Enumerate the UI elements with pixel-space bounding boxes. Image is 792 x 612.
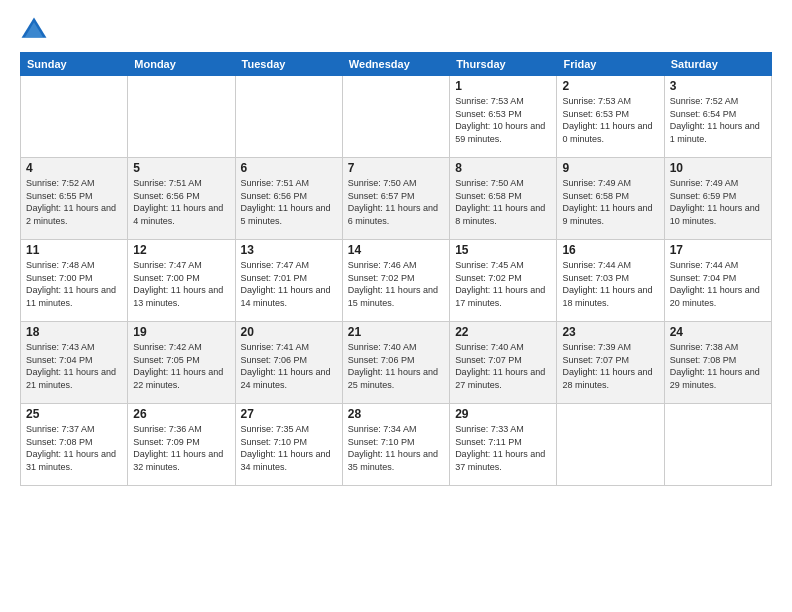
day-info: Sunrise: 7:42 AMSunset: 7:05 PMDaylight:…	[133, 341, 229, 391]
day-number: 22	[455, 325, 551, 339]
calendar-cell	[557, 404, 664, 486]
day-number: 9	[562, 161, 658, 175]
calendar-cell: 6Sunrise: 7:51 AMSunset: 6:56 PMDaylight…	[235, 158, 342, 240]
calendar-cell: 4Sunrise: 7:52 AMSunset: 6:55 PMDaylight…	[21, 158, 128, 240]
day-info: Sunrise: 7:38 AMSunset: 7:08 PMDaylight:…	[670, 341, 766, 391]
day-info: Sunrise: 7:47 AMSunset: 7:01 PMDaylight:…	[241, 259, 337, 309]
day-number: 23	[562, 325, 658, 339]
calendar-cell: 12Sunrise: 7:47 AMSunset: 7:00 PMDayligh…	[128, 240, 235, 322]
calendar-cell: 13Sunrise: 7:47 AMSunset: 7:01 PMDayligh…	[235, 240, 342, 322]
day-info: Sunrise: 7:43 AMSunset: 7:04 PMDaylight:…	[26, 341, 122, 391]
day-number: 28	[348, 407, 444, 421]
day-info: Sunrise: 7:53 AMSunset: 6:53 PMDaylight:…	[562, 95, 658, 145]
day-info: Sunrise: 7:44 AMSunset: 7:04 PMDaylight:…	[670, 259, 766, 309]
day-info: Sunrise: 7:37 AMSunset: 7:08 PMDaylight:…	[26, 423, 122, 473]
day-number: 25	[26, 407, 122, 421]
day-info: Sunrise: 7:34 AMSunset: 7:10 PMDaylight:…	[348, 423, 444, 473]
calendar-header-tuesday: Tuesday	[235, 53, 342, 76]
calendar-week-row: 11Sunrise: 7:48 AMSunset: 7:00 PMDayligh…	[21, 240, 772, 322]
day-number: 20	[241, 325, 337, 339]
day-info: Sunrise: 7:39 AMSunset: 7:07 PMDaylight:…	[562, 341, 658, 391]
calendar-cell: 8Sunrise: 7:50 AMSunset: 6:58 PMDaylight…	[450, 158, 557, 240]
calendar-cell: 3Sunrise: 7:52 AMSunset: 6:54 PMDaylight…	[664, 76, 771, 158]
day-number: 7	[348, 161, 444, 175]
calendar-cell: 9Sunrise: 7:49 AMSunset: 6:58 PMDaylight…	[557, 158, 664, 240]
calendar-week-row: 1Sunrise: 7:53 AMSunset: 6:53 PMDaylight…	[21, 76, 772, 158]
day-info: Sunrise: 7:35 AMSunset: 7:10 PMDaylight:…	[241, 423, 337, 473]
day-info: Sunrise: 7:49 AMSunset: 6:58 PMDaylight:…	[562, 177, 658, 227]
calendar-cell: 11Sunrise: 7:48 AMSunset: 7:00 PMDayligh…	[21, 240, 128, 322]
day-info: Sunrise: 7:50 AMSunset: 6:58 PMDaylight:…	[455, 177, 551, 227]
day-info: Sunrise: 7:51 AMSunset: 6:56 PMDaylight:…	[241, 177, 337, 227]
day-number: 21	[348, 325, 444, 339]
calendar-cell: 23Sunrise: 7:39 AMSunset: 7:07 PMDayligh…	[557, 322, 664, 404]
calendar-cell: 21Sunrise: 7:40 AMSunset: 7:06 PMDayligh…	[342, 322, 449, 404]
logo	[20, 16, 52, 44]
calendar-header-row: SundayMondayTuesdayWednesdayThursdayFrid…	[21, 53, 772, 76]
day-number: 17	[670, 243, 766, 257]
day-info: Sunrise: 7:48 AMSunset: 7:00 PMDaylight:…	[26, 259, 122, 309]
day-number: 12	[133, 243, 229, 257]
calendar-cell: 5Sunrise: 7:51 AMSunset: 6:56 PMDaylight…	[128, 158, 235, 240]
day-info: Sunrise: 7:51 AMSunset: 6:56 PMDaylight:…	[133, 177, 229, 227]
calendar-cell: 16Sunrise: 7:44 AMSunset: 7:03 PMDayligh…	[557, 240, 664, 322]
calendar-header-friday: Friday	[557, 53, 664, 76]
day-number: 1	[455, 79, 551, 93]
calendar-cell	[342, 76, 449, 158]
day-info: Sunrise: 7:45 AMSunset: 7:02 PMDaylight:…	[455, 259, 551, 309]
day-info: Sunrise: 7:33 AMSunset: 7:11 PMDaylight:…	[455, 423, 551, 473]
day-number: 24	[670, 325, 766, 339]
calendar-cell: 24Sunrise: 7:38 AMSunset: 7:08 PMDayligh…	[664, 322, 771, 404]
calendar-cell: 25Sunrise: 7:37 AMSunset: 7:08 PMDayligh…	[21, 404, 128, 486]
day-number: 16	[562, 243, 658, 257]
day-info: Sunrise: 7:41 AMSunset: 7:06 PMDaylight:…	[241, 341, 337, 391]
day-number: 26	[133, 407, 229, 421]
calendar-cell: 20Sunrise: 7:41 AMSunset: 7:06 PMDayligh…	[235, 322, 342, 404]
page: SundayMondayTuesdayWednesdayThursdayFrid…	[0, 0, 792, 612]
day-number: 2	[562, 79, 658, 93]
day-number: 18	[26, 325, 122, 339]
calendar-cell: 27Sunrise: 7:35 AMSunset: 7:10 PMDayligh…	[235, 404, 342, 486]
calendar-cell	[664, 404, 771, 486]
calendar-cell: 2Sunrise: 7:53 AMSunset: 6:53 PMDaylight…	[557, 76, 664, 158]
day-number: 19	[133, 325, 229, 339]
day-number: 8	[455, 161, 551, 175]
day-info: Sunrise: 7:52 AMSunset: 6:55 PMDaylight:…	[26, 177, 122, 227]
day-info: Sunrise: 7:52 AMSunset: 6:54 PMDaylight:…	[670, 95, 766, 145]
calendar-cell	[21, 76, 128, 158]
day-number: 5	[133, 161, 229, 175]
calendar-cell: 29Sunrise: 7:33 AMSunset: 7:11 PMDayligh…	[450, 404, 557, 486]
calendar-cell: 18Sunrise: 7:43 AMSunset: 7:04 PMDayligh…	[21, 322, 128, 404]
day-info: Sunrise: 7:53 AMSunset: 6:53 PMDaylight:…	[455, 95, 551, 145]
day-number: 15	[455, 243, 551, 257]
day-info: Sunrise: 7:46 AMSunset: 7:02 PMDaylight:…	[348, 259, 444, 309]
calendar-cell: 28Sunrise: 7:34 AMSunset: 7:10 PMDayligh…	[342, 404, 449, 486]
day-info: Sunrise: 7:49 AMSunset: 6:59 PMDaylight:…	[670, 177, 766, 227]
logo-icon	[20, 16, 48, 44]
calendar-cell: 14Sunrise: 7:46 AMSunset: 7:02 PMDayligh…	[342, 240, 449, 322]
calendar-header-saturday: Saturday	[664, 53, 771, 76]
day-number: 6	[241, 161, 337, 175]
calendar-cell: 1Sunrise: 7:53 AMSunset: 6:53 PMDaylight…	[450, 76, 557, 158]
calendar-cell: 15Sunrise: 7:45 AMSunset: 7:02 PMDayligh…	[450, 240, 557, 322]
calendar-header-wednesday: Wednesday	[342, 53, 449, 76]
day-info: Sunrise: 7:36 AMSunset: 7:09 PMDaylight:…	[133, 423, 229, 473]
header	[20, 16, 772, 44]
day-number: 3	[670, 79, 766, 93]
calendar-cell: 17Sunrise: 7:44 AMSunset: 7:04 PMDayligh…	[664, 240, 771, 322]
calendar-header-thursday: Thursday	[450, 53, 557, 76]
calendar-header-sunday: Sunday	[21, 53, 128, 76]
day-info: Sunrise: 7:47 AMSunset: 7:00 PMDaylight:…	[133, 259, 229, 309]
day-info: Sunrise: 7:44 AMSunset: 7:03 PMDaylight:…	[562, 259, 658, 309]
calendar: SundayMondayTuesdayWednesdayThursdayFrid…	[20, 52, 772, 486]
day-number: 4	[26, 161, 122, 175]
calendar-week-row: 18Sunrise: 7:43 AMSunset: 7:04 PMDayligh…	[21, 322, 772, 404]
calendar-week-row: 25Sunrise: 7:37 AMSunset: 7:08 PMDayligh…	[21, 404, 772, 486]
calendar-cell: 26Sunrise: 7:36 AMSunset: 7:09 PMDayligh…	[128, 404, 235, 486]
day-info: Sunrise: 7:50 AMSunset: 6:57 PMDaylight:…	[348, 177, 444, 227]
calendar-cell: 7Sunrise: 7:50 AMSunset: 6:57 PMDaylight…	[342, 158, 449, 240]
calendar-week-row: 4Sunrise: 7:52 AMSunset: 6:55 PMDaylight…	[21, 158, 772, 240]
day-number: 11	[26, 243, 122, 257]
day-info: Sunrise: 7:40 AMSunset: 7:06 PMDaylight:…	[348, 341, 444, 391]
day-number: 14	[348, 243, 444, 257]
